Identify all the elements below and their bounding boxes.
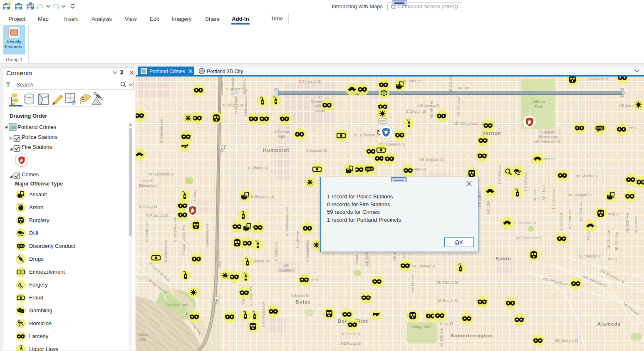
svg-text:N Concord Ave: N Concord Ave <box>159 119 163 143</box>
svg-text:NE 8th Ave: NE 8th Ave <box>411 274 415 292</box>
svg-text:NE Jar: NE Jar <box>457 86 469 90</box>
svg-text:NE 31st Av: NE 31st Av <box>634 216 638 234</box>
svg-text:NE Failing St: NE Failing St <box>436 280 458 284</box>
svg-text:N Castle Ave: N Castle Ave <box>145 221 149 242</box>
svg-text:Irving Park: Irving Park <box>411 324 431 329</box>
svg-text:Alberta: Alberta <box>533 99 545 104</box>
svg-text:Jefferson: Jefferson <box>274 130 289 134</box>
svg-text:NE 12th Ave: NE 12th Ave <box>456 96 461 116</box>
svg-text:N Humboldt St: N Humboldt St <box>149 172 174 176</box>
svg-text:N Alberta St: N Alberta St <box>248 166 268 170</box>
svg-text:N Prescott St: N Prescott St <box>146 213 168 218</box>
svg-text:N Longview Ave: N Longview Ave <box>173 217 177 242</box>
svg-text:NE 11th Ave: NE 11th Ave <box>439 328 443 347</box>
svg-text:NE Shaver St: NE Shaver St <box>412 264 435 268</box>
svg-text:N Church St: N Church St <box>223 103 243 107</box>
svg-text:Haight Ave: Haight Ave <box>295 231 300 248</box>
svg-text:Yard: Yard <box>139 337 146 341</box>
svg-text:NE 9th Ave: NE 9th Ave <box>429 101 433 119</box>
svg-text:N Ivy St: N Ivy St <box>440 321 453 326</box>
svg-text:N Kerby Ave: N Kerby Ave <box>274 241 278 261</box>
svg-text:NE Klickitat St: NE Klickitat St <box>554 339 578 343</box>
svg-text:99E: 99E <box>380 119 386 123</box>
svg-text:Sabin: Sabin <box>495 256 511 261</box>
svg-text:5: 5 <box>215 299 218 303</box>
svg-text:NE Emerson St: NE Emerson St <box>534 140 560 144</box>
svg-text:Elementary: Elementary <box>139 183 158 188</box>
svg-text:N Mary: N Mary <box>193 190 197 201</box>
svg-text:N Mal: N Mal <box>355 255 359 264</box>
svg-text:SEI: SEI <box>283 264 290 268</box>
svg-text:N Beech St: N Beech St <box>290 294 310 298</box>
svg-text:NE 21st A: NE 21st A <box>542 185 546 200</box>
svg-text:NE Killingsworth St: NE Killingsworth St <box>453 121 485 126</box>
svg-text:N Gantenbein: N Gantenbein <box>305 240 310 262</box>
svg-text:NE Skidmore St: NE Skidmore St <box>516 236 543 240</box>
svg-text:Alameda: Alameda <box>597 321 621 326</box>
svg-text:Overlook Park: Overlook Park <box>164 303 188 307</box>
svg-text:E Church St: E Church St <box>406 109 426 114</box>
svg-text:NE Webster St: NE Webster St <box>419 158 444 162</box>
svg-text:NE 11th Ave: NE 11th Ave <box>448 77 453 94</box>
svg-text:NE Beech St: NE Beech St <box>436 299 458 303</box>
svg-text:Academy: Academy <box>278 268 294 272</box>
svg-text:NE Fargo St: NE Fargo St <box>341 341 362 346</box>
svg-text:-Albina: -Albina <box>136 333 148 337</box>
svg-text:NE 28th Ave: NE 28th Ave <box>607 230 611 249</box>
svg-text:NE 25th Ave: NE 25th Ave <box>579 201 583 221</box>
svg-text:N Montana Ave: N Montana Ave <box>205 223 209 247</box>
svg-text:N Simpson St: N Simpson St <box>298 79 322 84</box>
svg-text:NE Jessup S: NE Jessup S <box>418 104 439 108</box>
svg-text:Elementary: Elementary <box>539 135 558 139</box>
svg-text:oing St: oing St <box>608 212 620 216</box>
svg-text:g Jr Bl: g Jr Bl <box>366 257 370 267</box>
svg-text:Boise: Boise <box>295 299 311 304</box>
svg-text:Shaver St: Shaver St <box>253 259 269 263</box>
svg-text:NE 19th Ave: NE 19th Ave <box>523 171 528 191</box>
svg-text:Park: Park <box>535 104 543 109</box>
svg-text:N Montar: N Montar <box>220 81 224 95</box>
svg-text:rth S: rth S <box>629 126 637 130</box>
svg-text:NE Cook St: NE Cook St <box>340 332 360 336</box>
svg-text:Beach: Beach <box>143 179 154 183</box>
svg-text:N Blandena S: N Blandena S <box>251 195 274 199</box>
svg-text:N Going St: N Going St <box>139 205 158 209</box>
svg-text:5: 5 <box>221 147 223 151</box>
svg-text:High: High <box>277 134 285 138</box>
svg-text:Vernon: Vernon <box>542 130 555 134</box>
svg-text:NE 22nd Ave: NE 22nd Ave <box>552 188 556 209</box>
svg-text:NE S: NE S <box>608 257 617 261</box>
svg-text:N Borthwick Ave: N Borthwick Ave <box>261 302 265 327</box>
svg-text:NE 15th: NE 15th <box>486 201 490 214</box>
svg-text:N Michigan Ave: N Michigan Ave <box>234 89 238 114</box>
svg-text:E Prescott St: E Prescott St <box>514 221 536 225</box>
svg-text:N Sumner St: N Sumner St <box>305 148 327 153</box>
svg-text:Massachusetts Ave: Massachusetts Ave <box>181 225 186 255</box>
svg-text:P: P <box>319 95 322 99</box>
svg-text:NE 20th: NE 20th <box>533 188 537 201</box>
svg-text:NE 24th Ave: NE 24th Ave <box>568 209 572 229</box>
svg-text:Sabin/Irvington: Sabin/Irvington <box>451 333 493 338</box>
svg-text:NE Alberta St: NE Alberta St <box>575 174 598 178</box>
svg-text:NE Mason St: NE Mason St <box>578 254 601 258</box>
svg-text:NE 29th Ave: NE 29th Ave <box>614 232 619 251</box>
svg-text:N Commercial Ave: N Commercial Ave <box>285 207 289 236</box>
svg-text:N Mississippi Ave: N Mississippi Ave <box>243 89 248 116</box>
svg-text:NE 16th Ave: NE 16th Ave <box>498 164 502 184</box>
svg-text:E 23rd Ave: E 23rd Ave <box>559 213 563 230</box>
svg-text:NE 30th Ave: NE 30th Ave <box>625 213 629 232</box>
svg-text:NE Emerson S: NE Emerson S <box>354 133 379 137</box>
svg-text:NE Wygant St: NE Wygant St <box>568 193 592 197</box>
svg-text:berta St: berta St <box>413 167 426 171</box>
svg-text:Ainsworth St: Ainsworth St <box>587 77 609 81</box>
svg-text:N Colonial Ave: N Colonial Ave <box>163 240 168 263</box>
svg-text:Humboldt: Humboldt <box>263 148 289 153</box>
